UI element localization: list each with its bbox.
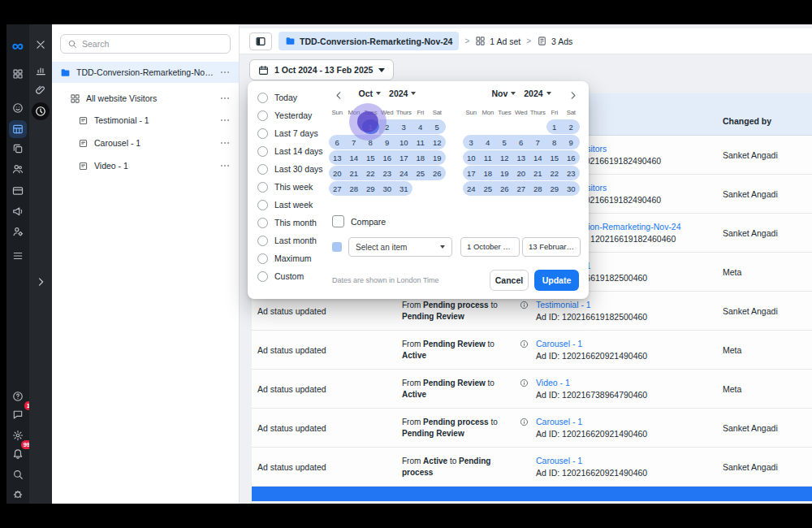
more-options-icon[interactable] [219,115,231,126]
calendar-day[interactable]: 9 [379,135,396,149]
calendar-day[interactable]: 18 [412,150,430,165]
calendar-day[interactable]: 18 [480,166,497,180]
year-select-2[interactable]: 2024 [524,89,551,98]
item-link[interactable]: Carousel - 1 [536,339,719,348]
notifications-icon[interactable]: 99 [9,444,27,462]
date-range-button[interactable]: 1 Oct 2024 - 13 Feb 2025 [249,59,394,80]
more-options-icon[interactable] [219,67,231,78]
quick-option[interactable]: Yesterday [257,106,329,124]
global-search-icon[interactable] [9,465,27,483]
more-options-icon[interactable] [219,93,231,104]
breadcrumb-item[interactable]: 3 Ads [537,36,572,46]
calendar-day[interactable]: 3 [463,135,480,149]
calendar-day[interactable]: 14 [346,150,363,165]
audiences-icon[interactable] [9,160,27,178]
preset-select[interactable]: Select an item [348,237,452,257]
calendar-day[interactable]: 16 [379,150,396,165]
attachments-icon[interactable] [32,81,50,99]
recent-activity-icon[interactable] [32,102,50,120]
calendar-day[interactable]: 30 [563,181,580,196]
engagement-icon[interactable] [9,99,27,117]
calendar-day[interactable]: 26 [496,181,513,196]
billing-icon[interactable] [9,182,27,200]
calendar-day[interactable]: 2 [563,119,580,134]
calendar-day[interactable]: 24 [395,166,412,180]
report-problem-icon[interactable] [9,485,27,503]
month-select-2[interactable]: Nov [491,89,516,98]
calendar-day[interactable]: 23 [563,166,580,180]
quick-option[interactable]: Last 7 days [257,124,329,142]
campaigns-icon[interactable] [9,120,27,138]
tree-item[interactable]: All website Visitors [52,88,239,109]
calendar-day[interactable]: 30 [379,181,396,196]
calendar-day[interactable]: 22 [362,166,379,180]
calendar-day[interactable]: 20 [329,166,346,180]
overview-icon[interactable] [9,65,27,83]
calendar-day[interactable]: 5 [429,119,446,134]
calendar-day[interactable]: 20 [513,166,530,180]
quick-option[interactable]: This month [257,214,329,232]
close-panel-icon[interactable] [32,36,50,54]
quick-option[interactable]: This week [257,178,329,196]
item-link[interactable]: Video - 1 [536,378,719,387]
quick-option[interactable]: Maximum [257,249,329,267]
calendar-day[interactable]: 29 [362,181,379,196]
calendar-day[interactable]: 15 [546,150,564,165]
more-options-icon[interactable] [219,160,231,171]
calendar-day[interactable]: 4 [412,119,430,134]
start-date-input[interactable]: 1 October 2024 [460,237,520,257]
calendar-day[interactable]: 25 [480,181,497,196]
calendar-day[interactable]: 2 [379,119,396,134]
calendar-day[interactable]: 10 [395,135,412,149]
calendar-day[interactable]: 27 [329,181,346,196]
info-icon[interactable] [520,379,529,387]
quick-option[interactable]: Last 14 days [257,142,329,160]
messages-icon[interactable]: 1 [9,405,27,423]
calendar-day[interactable]: 26 [429,166,446,180]
quick-option[interactable]: Last week [257,196,329,214]
quick-option[interactable]: Today [257,89,329,106]
insights-icon[interactable] [32,62,50,80]
more-menu-icon[interactable] [9,247,27,265]
breadcrumb-item[interactable]: TDD-Conversion-Remarketing-Nov-24 [279,32,459,50]
calendar-day[interactable]: 9 [563,135,580,149]
item-link[interactable]: Testimonial - 1 [536,300,719,309]
account-icon[interactable] [9,223,27,240]
calendar-day[interactable]: 4 [480,135,497,149]
calendar-day[interactable]: 7 [529,135,546,149]
calendar-day[interactable]: 28 [529,181,546,196]
calendar-day[interactable]: 5 [496,135,513,149]
month-select-1[interactable]: Oct [359,89,382,98]
end-date-input[interactable]: 13 February 2025 [522,237,581,257]
calendar-day[interactable]: 13 [513,150,530,165]
item-link[interactable]: Carousel - 1 [536,417,719,426]
calendar-day[interactable]: 25 [412,166,430,180]
more-options-icon[interactable] [219,137,231,149]
quick-option[interactable]: Last 30 days [257,160,329,178]
quick-option[interactable]: Last month [257,232,329,249]
calendar-day[interactable]: 1 [546,119,564,134]
year-select-1[interactable]: 2024 [389,89,416,98]
meta-logo-icon[interactable]: ∞ [9,39,27,54]
calendar-day[interactable]: 21 [529,166,546,180]
info-icon[interactable] [520,418,529,426]
calendar-day[interactable]: 21 [346,166,363,180]
calendar-day[interactable]: 7 [346,135,363,149]
expand-panel-icon[interactable] [32,273,50,291]
calendar-day[interactable]: 10 [463,150,480,165]
calendar-day[interactable]: 22 [546,166,564,180]
calendar-day[interactable]: 11 [412,135,430,149]
calendar-day[interactable]: 8 [362,135,379,149]
calendar-day[interactable]: 24 [463,181,480,196]
breadcrumb-item[interactable]: 1 Ad set [475,36,520,46]
calendar-day[interactable]: 14 [529,150,546,165]
calendar-day[interactable]: 8 [546,135,564,149]
info-icon[interactable] [520,340,529,348]
calendar-day[interactable]: 28 [346,181,363,196]
calendar-day[interactable]: 6 [329,135,346,149]
tree-item[interactable]: Video - 1 [52,154,239,177]
calendar-day[interactable]: 1 [362,119,379,134]
tree-item[interactable]: Carousel - 1 [52,132,239,154]
item-link[interactable]: Carousel - 1 [536,456,719,465]
quick-option[interactable]: Custom [257,267,329,285]
